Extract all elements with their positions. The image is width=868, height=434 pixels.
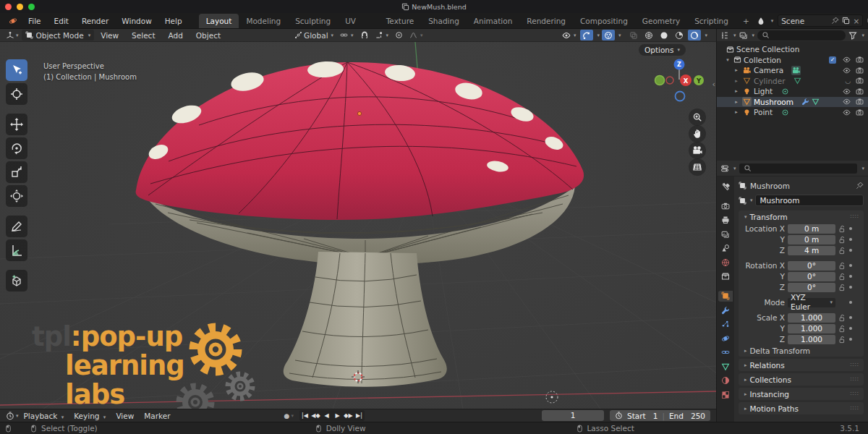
menu-add[interactable]: Add: [162, 31, 190, 40]
panel-grip-icon[interactable]: ∷∷: [851, 376, 859, 383]
lock-icon[interactable]: [838, 262, 846, 270]
workspace-tab-layout[interactable]: Layout: [199, 14, 239, 28]
rotation-mode-dropdown[interactable]: XYZ Euler▾: [788, 298, 835, 307]
options-button[interactable]: Options ▾: [639, 44, 686, 56]
play-reverse-button[interactable]: ◀: [321, 412, 332, 419]
menu-object[interactable]: Object: [190, 31, 227, 40]
pin-icon[interactable]: [831, 17, 839, 25]
unlink-scene-icon[interactable]: ×: [853, 17, 859, 25]
location-z-field[interactable]: 4 m: [788, 246, 835, 255]
relations-panel-header[interactable]: ▸Relations∷∷: [739, 359, 864, 371]
disable-render-icon[interactable]: [856, 67, 864, 75]
navigation-gizmo[interactable]: Z X Y: [652, 58, 706, 106]
rotation-y-field[interactable]: 0°: [788, 272, 835, 281]
tab-object-data[interactable]: [718, 361, 733, 372]
outliner-row-light[interactable]: ▸ Light: [717, 86, 868, 97]
workspace-tab-compositing[interactable]: Compositing: [573, 14, 635, 28]
hide-eye-icon[interactable]: [843, 67, 851, 75]
outliner-row-scene-collection[interactable]: Scene Collection: [717, 44, 868, 55]
animate-dot[interactable]: [849, 286, 852, 289]
collection-checkbox[interactable]: ✓: [829, 56, 836, 64]
workspace-tab-geometry-nodes[interactable]: Geometry Nodes: [635, 14, 687, 28]
expand-icon[interactable]: ▸: [733, 88, 740, 94]
end-frame-field[interactable]: End 250: [669, 412, 705, 420]
pivot-point-selector[interactable]: ▾: [338, 30, 356, 41]
outliner-row-camera[interactable]: ▸ Camera: [717, 65, 868, 76]
expand-icon[interactable]: ▸: [733, 67, 740, 73]
disable-render-icon[interactable]: [856, 77, 864, 85]
animate-dot[interactable]: [849, 316, 852, 319]
outliner-row-point[interactable]: ▸ Point: [717, 107, 868, 118]
dropdown-icon[interactable]: ▾: [618, 33, 621, 38]
workspace-tab-uv-editing[interactable]: UV Editing: [338, 14, 379, 28]
scale-y-field[interactable]: 1.000: [788, 324, 835, 333]
zoom-view-button[interactable]: [689, 109, 706, 126]
menu-view-timeline[interactable]: View: [111, 412, 139, 420]
rotation-z-field[interactable]: 0°: [788, 283, 835, 292]
select-tweak-tool[interactable]: [6, 59, 27, 81]
menu-marker[interactable]: Marker: [139, 412, 175, 420]
tab-material[interactable]: [718, 375, 733, 386]
add-cube-tool[interactable]: [6, 270, 27, 292]
shading-material-preview-button[interactable]: [673, 30, 686, 41]
outliner-row-mushroom[interactable]: ▸ Mushroom: [717, 97, 868, 108]
dropdown-icon[interactable]: ▾: [861, 33, 864, 38]
delta-transform-panel-header[interactable]: ▸ Delta Transform: [739, 345, 864, 357]
workspace-tab-animation[interactable]: Animation: [467, 14, 520, 28]
hide-eye-icon[interactable]: [843, 98, 851, 106]
lock-icon[interactable]: [838, 325, 846, 333]
lock-icon[interactable]: [838, 284, 846, 292]
dropdown-icon[interactable]: ▾: [291, 413, 294, 419]
stopwatch-icon[interactable]: [615, 412, 623, 420]
shading-rendered-button[interactable]: [688, 30, 701, 41]
lock-icon[interactable]: [838, 273, 846, 281]
tab-modifiers[interactable]: [718, 305, 733, 315]
tab-scene[interactable]: [718, 243, 733, 254]
hide-eye-icon[interactable]: [843, 56, 851, 64]
tab-view-layer[interactable]: [718, 229, 733, 239]
tab-output[interactable]: [718, 215, 733, 226]
scale-z-field[interactable]: 1.000: [788, 335, 835, 344]
show-gizmo-toggle[interactable]: ▾: [560, 30, 579, 41]
animate-dot[interactable]: [849, 301, 852, 304]
dropdown-icon[interactable]: ▾: [771, 18, 774, 24]
start-frame-field[interactable]: Start 1: [627, 412, 658, 420]
scale-x-field[interactable]: 1.000: [788, 313, 835, 323]
previous-keyframe-button[interactable]: ◀◆: [310, 412, 321, 419]
lock-icon[interactable]: [838, 247, 846, 255]
menu-playback[interactable]: Playback ▾: [19, 412, 69, 420]
workspace-tab-rendering[interactable]: Rendering: [519, 14, 573, 28]
falloff-selector[interactable]: ▾: [407, 30, 425, 41]
gizmos-toggle[interactable]: [580, 30, 593, 41]
camera-view-button[interactable]: [689, 142, 706, 159]
sidebar-expand-icon[interactable]: ‹: [712, 80, 715, 89]
menu-view[interactable]: View: [94, 31, 125, 40]
menu-render[interactable]: Render: [75, 17, 115, 25]
animate-dot[interactable]: [849, 238, 852, 241]
dropdown-icon[interactable]: ▾: [733, 166, 736, 171]
transform-panel-header[interactable]: ▾ Transform ∷∷: [739, 210, 864, 223]
auto-keying-record-button[interactable]: ●: [284, 412, 290, 420]
collections-panel-header[interactable]: ▸Collections∷∷: [739, 373, 864, 386]
object-name-input[interactable]: Mushroom: [755, 195, 864, 206]
panel-grip-icon[interactable]: ∷∷: [851, 362, 859, 368]
scene-selector[interactable]: Scene ×: [778, 14, 863, 27]
dropdown-icon[interactable]: ▾: [752, 33, 755, 38]
animate-dot[interactable]: [849, 275, 852, 278]
transform-tool[interactable]: [6, 185, 27, 207]
disable-render-icon[interactable]: [856, 98, 864, 106]
pan-view-button[interactable]: [689, 125, 706, 142]
lock-icon[interactable]: [838, 314, 846, 322]
tab-collection[interactable]: [718, 271, 733, 282]
point-light-object[interactable]: [546, 391, 558, 403]
tab-render[interactable]: [718, 200, 733, 211]
show-overlays-toggle[interactable]: [602, 30, 615, 41]
rotate-tool[interactable]: [6, 137, 27, 159]
next-keyframe-button[interactable]: ◆▶: [343, 412, 354, 419]
proportional-editing-toggle[interactable]: [393, 30, 405, 41]
scale-tool[interactable]: [6, 161, 27, 183]
menu-file[interactable]: File: [22, 17, 48, 25]
shading-solid-button[interactable]: [658, 30, 671, 41]
add-workspace-button[interactable]: +: [736, 14, 757, 28]
lock-icon[interactable]: [838, 236, 846, 244]
